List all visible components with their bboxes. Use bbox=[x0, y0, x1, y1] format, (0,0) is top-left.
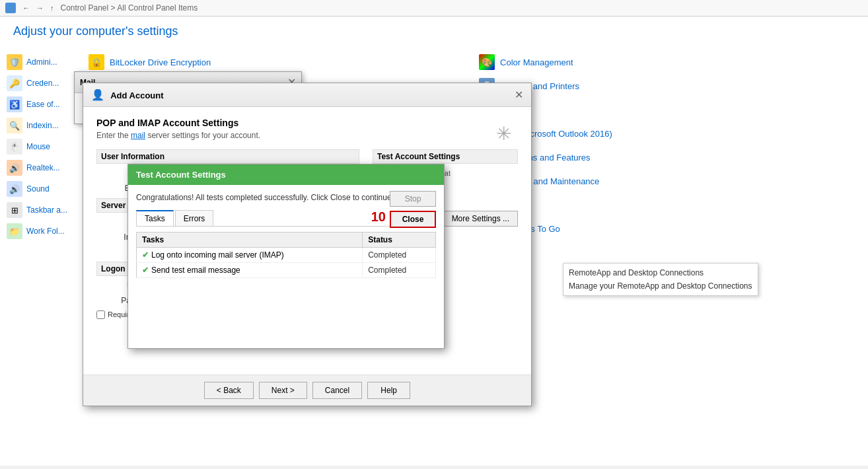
checkmark-icon-2: ✔ bbox=[142, 266, 149, 275]
sidebar-item-realtek[interactable]: 🔊 Realtek... bbox=[5, 157, 69, 178]
app-icon bbox=[5, 3, 16, 13]
indexing-icon: 🔍 bbox=[7, 118, 22, 133]
add-account-titlebar: 👤 Add Account ✕ bbox=[83, 83, 531, 107]
breadcrumb-text: Control Panel > All Control Panel Items bbox=[61, 3, 198, 13]
right-item-label: Color Management bbox=[500, 57, 573, 67]
creden-icon: 🔑 bbox=[7, 75, 22, 91]
table-row: ✔Log onto incoming mail server (IMAP) Co… bbox=[137, 248, 436, 263]
tab-errors[interactable]: Errors bbox=[175, 210, 214, 226]
col-status: Status bbox=[363, 233, 436, 248]
tasks-table: Tasks Status ✔Log onto incoming mail ser… bbox=[136, 232, 436, 278]
title-bar: ← → ↑ Control Panel > All Control Panel … bbox=[0, 0, 868, 17]
help-button[interactable]: Help bbox=[367, 382, 410, 399]
sidebar-item-taskbar[interactable]: ⊞ Taskbar a... bbox=[5, 199, 69, 221]
task-name-1: ✔Log onto incoming mail server (IMAP) bbox=[137, 248, 363, 263]
test-account-dialog: Test Account Settings Congratulations! A… bbox=[127, 164, 445, 349]
right-item-bitlocker[interactable]: 🔒 BitLocker Drive Encryption bbox=[87, 52, 464, 73]
sidebar-item-label: Mouse bbox=[26, 142, 50, 151]
up-button[interactable]: ↑ bbox=[48, 3, 57, 13]
section-title: POP and IMAP Account Settings bbox=[96, 118, 518, 128]
sidebar-item-label: Realtek... bbox=[26, 163, 60, 172]
more-settings-button[interactable]: More Settings ... bbox=[443, 211, 518, 227]
sidebar-item-label: Taskbar a... bbox=[26, 205, 67, 215]
sidebar-item-admini[interactable]: 🛡️ Admini... bbox=[5, 52, 69, 73]
right-item-mail[interactable]: 📧 Mail (Microsoft Outlook 2016) bbox=[478, 123, 855, 144]
back-button[interactable]: ← bbox=[20, 3, 32, 13]
sidebar-item-creden[interactable]: 🔑 Creden... bbox=[5, 73, 69, 94]
add-account-title-text: Add Account bbox=[110, 90, 163, 100]
section-subtitle: Enter the mail server settings for your … bbox=[96, 131, 518, 140]
sidebar-item-label: Admini... bbox=[26, 57, 57, 67]
sidebar-item-label: Work Fol... bbox=[26, 227, 65, 236]
right-item-system[interactable]: 💻 System bbox=[478, 194, 855, 215]
page-title: Adjust your computer's settings bbox=[0, 17, 868, 46]
right-item-windows-to-go[interactable]: ⊞ Windows To Go bbox=[478, 218, 855, 239]
col-tasks: Tasks bbox=[137, 233, 363, 248]
test-dialog-header: Test Account Settings bbox=[128, 164, 444, 185]
add-account-title: 👤 Add Account bbox=[91, 89, 164, 101]
right-item-color-mgmt[interactable]: 🎨 Color Management bbox=[478, 52, 855, 73]
badge-counter: 10 bbox=[371, 209, 386, 225]
realtek-icon: 🔊 bbox=[7, 160, 22, 176]
sidebar-item-sound[interactable]: 🔊 Sound bbox=[5, 178, 69, 199]
mouse-icon: 🖱️ bbox=[7, 139, 22, 155]
sidebar-item-indexing[interactable]: 🔍 Indexin... bbox=[5, 115, 69, 136]
require-spa-checkbox[interactable] bbox=[96, 310, 105, 319]
sidebar-item-label: Creden... bbox=[26, 79, 59, 88]
right-item-label: BitLocker Drive Encryption bbox=[110, 57, 211, 67]
tooltip-item-2[interactable]: Manage your RemoteApp and Desktop Connec… bbox=[569, 279, 752, 293]
ease-icon: ♿ bbox=[7, 96, 22, 112]
task-status-2: Completed bbox=[363, 263, 436, 278]
color-mgmt-icon: 🎨 bbox=[479, 54, 495, 70]
sidebar-item-label: Sound bbox=[26, 184, 50, 194]
next-button[interactable]: Next > bbox=[259, 382, 307, 399]
sidebar-item-label: Indexin... bbox=[26, 121, 59, 130]
sidebar-item-workfol[interactable]: 📁 Work Fol... bbox=[5, 221, 69, 242]
right-item-devices-printers[interactable]: 🖨️ Devices and Printers bbox=[478, 75, 855, 96]
checkmark-icon-1: ✔ bbox=[142, 250, 149, 260]
snowflake-icon: ✳ bbox=[496, 123, 511, 145]
workfol-icon: 📁 bbox=[7, 223, 22, 239]
admini-icon: 🛡️ bbox=[7, 54, 22, 70]
sidebar-item-mouse[interactable]: 🖱️ Mouse bbox=[5, 136, 69, 157]
left-panel: 🛡️ Admini... 🔑 Creden... ♿ Ease of... 🔍 … bbox=[0, 46, 74, 466]
breadcrumb: Control Panel > All Control Panel Items bbox=[61, 3, 198, 13]
sidebar-item-ease[interactable]: ♿ Ease of... bbox=[5, 94, 69, 115]
nav-arrows: ← → ↑ bbox=[20, 3, 57, 13]
right-item-security[interactable]: 🛡️ Security and Maintenance bbox=[478, 170, 855, 192]
table-row: ✔Send test email message Completed bbox=[137, 263, 436, 278]
remote-app-tooltip: RemoteApp and Desktop Connections Manage… bbox=[563, 263, 758, 296]
right-item-fonts[interactable]: A Fonts bbox=[478, 99, 855, 120]
forward-button[interactable]: → bbox=[34, 3, 46, 13]
add-account-icon: 👤 bbox=[91, 89, 104, 100]
close-button[interactable]: Close bbox=[390, 211, 436, 228]
user-info-header: User Information bbox=[96, 149, 359, 164]
sidebar-item-label: Ease of... bbox=[26, 100, 60, 109]
task-name-2: ✔Send test email message bbox=[137, 263, 363, 278]
sound-icon: 🔊 bbox=[7, 181, 22, 197]
taskbar-icon: ⊞ bbox=[7, 202, 22, 218]
test-account-header: Test Account Settings bbox=[373, 149, 518, 164]
bitlocker-icon: 🔒 bbox=[89, 54, 104, 70]
cancel-button[interactable]: Cancel bbox=[312, 382, 362, 399]
add-account-close-button[interactable]: ✕ bbox=[515, 89, 523, 101]
add-account-footer: < Back Next > Cancel Help bbox=[83, 375, 531, 406]
mail-link[interactable]: mail bbox=[131, 131, 145, 140]
back-button[interactable]: < Back bbox=[204, 382, 254, 399]
stop-button[interactable]: Stop bbox=[390, 191, 436, 207]
right-item-programs[interactable]: 📦 Programs and Features bbox=[478, 147, 855, 168]
tab-tasks[interactable]: Tasks bbox=[136, 210, 174, 226]
tooltip-item-1[interactable]: RemoteApp and Desktop Connections bbox=[569, 266, 752, 279]
task-status-1: Completed bbox=[363, 248, 436, 263]
